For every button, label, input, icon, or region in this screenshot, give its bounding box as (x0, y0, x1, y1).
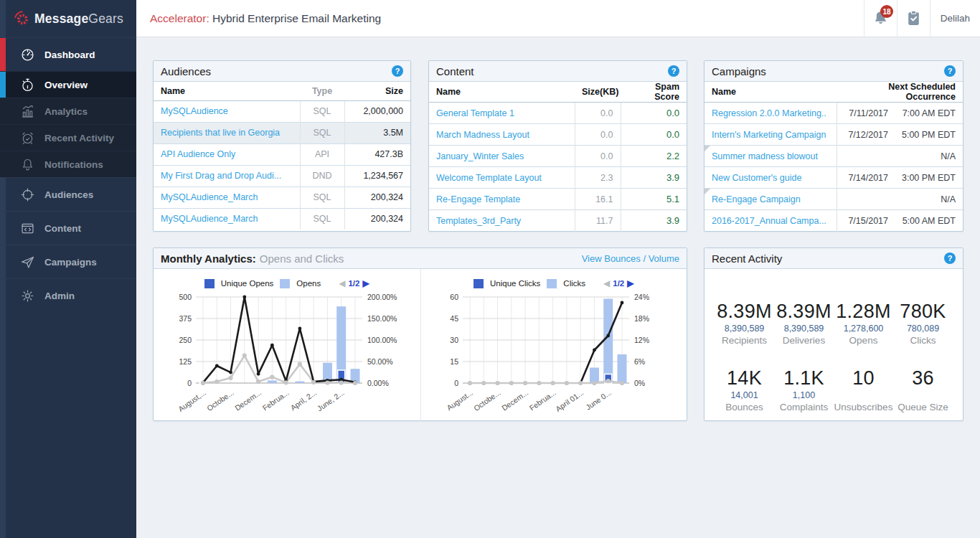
legend-next-icon[interactable]: ▶ (627, 278, 633, 288)
bar-chart-icon (19, 103, 35, 119)
sidebar-item-admin[interactable]: Admin (0, 278, 136, 312)
svg-text:150.00%: 150.00% (367, 314, 397, 323)
sidebar-item-label: Admin (44, 291, 75, 301)
svg-text:45: 45 (450, 314, 458, 323)
table-row[interactable]: New Customer's guide7/14/20173:00 PM EDT (705, 167, 963, 189)
item-link[interactable]: New Customer's guide (712, 173, 801, 183)
legend-swatch (204, 279, 215, 288)
recent-activity-panel: Recent Activity ? 8.39M8,390,589Recipien… (704, 247, 963, 421)
content-table: NameSize(KB)Spam Score General Template … (429, 82, 687, 232)
table-row[interactable]: My First Drag and Drop Audi...DND1,234,5… (154, 165, 410, 187)
svg-text:Octobe...: Octobe... (205, 388, 235, 412)
stat-exact-value: 780,089 (893, 324, 953, 334)
table-row[interactable]: API Audience OnlyAPI427.3B (154, 143, 410, 165)
content-panel: Content ? NameSize(KB)Spam Score General… (428, 60, 687, 232)
table-row[interactable]: MySQLAudienceSQL2,000,000 (154, 100, 410, 122)
item-link[interactable]: My First Drag and Drop Audi... (161, 171, 281, 181)
sidebar-nav: DashboardOverviewAnalyticsRecent Activit… (0, 37, 136, 312)
svg-text:50.00%: 50.00% (367, 357, 393, 366)
notifications-button[interactable]: 18 (864, 0, 897, 37)
stat-clicks: 780K780,089Clicks (893, 301, 953, 346)
sidebar-item-label: Notifications (44, 159, 103, 170)
item-link[interactable]: API Audience Only (161, 149, 235, 159)
item-link[interactable]: March Madness Layout (436, 130, 529, 140)
item-link[interactable]: Re-Engage Template (436, 194, 520, 204)
svg-text:30: 30 (450, 336, 458, 344)
charts-container: Unique OpensOpens◀1/2▶00.00%12550.00%250… (154, 269, 687, 421)
table-row[interactable]: Re-Engage Template16.15.1 (429, 189, 687, 210)
stat-value: 36 (893, 367, 953, 390)
stat-exact-value: 1,100 (774, 390, 834, 401)
item-link[interactable]: Welcome Template Layout (436, 173, 542, 183)
item-link[interactable]: Templates_3rd_Party (436, 216, 521, 226)
table-row[interactable]: Re-Engage CampaignN/A (705, 189, 963, 210)
svg-text:200.00%: 200.00% (367, 293, 397, 301)
svg-text:Decem...: Decem... (233, 388, 263, 412)
table-row[interactable]: Summer madness blowoutN/A (705, 146, 963, 167)
table-row[interactable]: Templates_3rd_Party11.73.9 (429, 210, 687, 232)
stat-opens: 1.28M1,278,600Opens (834, 301, 893, 346)
column-header: Name (705, 82, 837, 103)
svg-text:Decem...: Decem... (500, 388, 529, 412)
chart-legend: Unique ClicksClicks◀1/2▶ (421, 277, 687, 290)
table-row[interactable]: January_Winter Sales0.02.2 (429, 146, 687, 167)
sidebar-item-campaigns[interactable]: Campaigns (0, 245, 136, 278)
table-row[interactable]: MySQLAudience_MarchSQL200,324 (154, 187, 410, 208)
item-link[interactable]: Intern's Marketing Campaign (712, 130, 826, 140)
stat-label: Complaints (774, 402, 834, 412)
help-icon[interactable]: ? (944, 65, 956, 77)
view-bounces-volume-link[interactable]: View Bounces / Volume (582, 253, 679, 264)
stat-label: Clicks (893, 335, 953, 346)
user-menu[interactable]: Delilah (930, 0, 980, 37)
legend-next-icon[interactable]: ▶ (362, 278, 369, 288)
stat-deliveries: 8.39M8,390,589Deliveries (774, 301, 834, 346)
sidebar-item-label: Recent Activity (44, 133, 114, 143)
svg-text:500: 500 (179, 293, 192, 301)
item-link[interactable]: Summer madness blowout (712, 151, 818, 161)
sidebar-item-analytics[interactable]: Analytics (0, 98, 136, 124)
stat-complaints: 1.1K1,100Complaints (774, 367, 834, 412)
table-row[interactable]: 2016-2017_Annual Campa...7/15/20175:00 A… (705, 210, 963, 232)
item-link[interactable]: MySQLAudience_March (161, 192, 258, 202)
item-link[interactable]: Re-Engage Campaign (712, 194, 801, 204)
sidebar-item-overview[interactable]: Overview (0, 71, 136, 98)
item-link[interactable]: MySQLAudience_March (161, 214, 258, 224)
table-row[interactable]: Welcome Template Layout2.33.9 (429, 167, 687, 189)
stat-value: 8.39M (774, 301, 834, 323)
legend-prev-icon[interactable]: ◀ (339, 278, 345, 288)
svg-text:24%: 24% (634, 293, 649, 301)
table-row[interactable]: Recipients that live in GeorgiaSQL3.5M (154, 122, 410, 143)
opens-chart: Unique OpensOpens◀1/2▶00.00%12550.00%250… (154, 269, 420, 421)
legend-label: Opens (296, 279, 321, 288)
sidebar-item-audiences[interactable]: Audiences (0, 177, 136, 211)
sidebar-item-content[interactable]: Content (0, 211, 136, 245)
item-link[interactable]: January_Winter Sales (436, 151, 524, 161)
stat-unsubscribes: 10Unsubscribes (834, 367, 893, 412)
table-row[interactable]: General Template 10.00.0 (429, 103, 687, 124)
legend-swatch (473, 279, 484, 288)
table-row[interactable]: Regression 2.0.0 Marketing..7/11/20177:0… (705, 103, 963, 124)
help-icon[interactable]: ? (944, 253, 956, 264)
table-row[interactable]: March Madness Layout0.00.0 (429, 124, 687, 146)
help-icon[interactable]: ? (392, 65, 403, 77)
audiences-table: NameTypeSize MySQLAudienceSQL2,000,000Re… (154, 82, 410, 230)
item-link[interactable]: Regression 2.0.0 Marketing.. (712, 108, 826, 118)
logo[interactable]: MessageGears (0, 0, 136, 37)
item-link[interactable]: 2016-2017_Annual Campa... (712, 216, 826, 226)
table-row[interactable]: MySQLAudience_MarchSQL200,324 (154, 208, 410, 230)
stat-label: Recipients (715, 335, 774, 346)
svg-text:April, 2...: April, 2... (288, 388, 318, 412)
tasks-button[interactable] (897, 0, 930, 37)
help-icon[interactable]: ? (668, 65, 679, 77)
sidebar-item-dashboard[interactable]: Dashboard (0, 37, 136, 71)
svg-text:12%: 12% (634, 336, 649, 344)
sidebar-item-recent-activity[interactable]: Recent Activity (0, 124, 136, 151)
item-link[interactable]: MySQLAudience (161, 106, 228, 116)
table-row[interactable]: Intern's Marketing Campaign7/12/20175:00… (705, 124, 963, 146)
legend-prev-icon[interactable]: ◀ (603, 278, 610, 288)
sidebar-item-notifications[interactable]: Notifications (0, 151, 136, 177)
audiences-panel-title: Audiences ? (154, 61, 410, 82)
stat-label: Unsubscribes (834, 402, 893, 412)
item-link[interactable]: General Template 1 (436, 108, 514, 118)
item-link[interactable]: Recipients that live in Georgia (161, 128, 280, 138)
